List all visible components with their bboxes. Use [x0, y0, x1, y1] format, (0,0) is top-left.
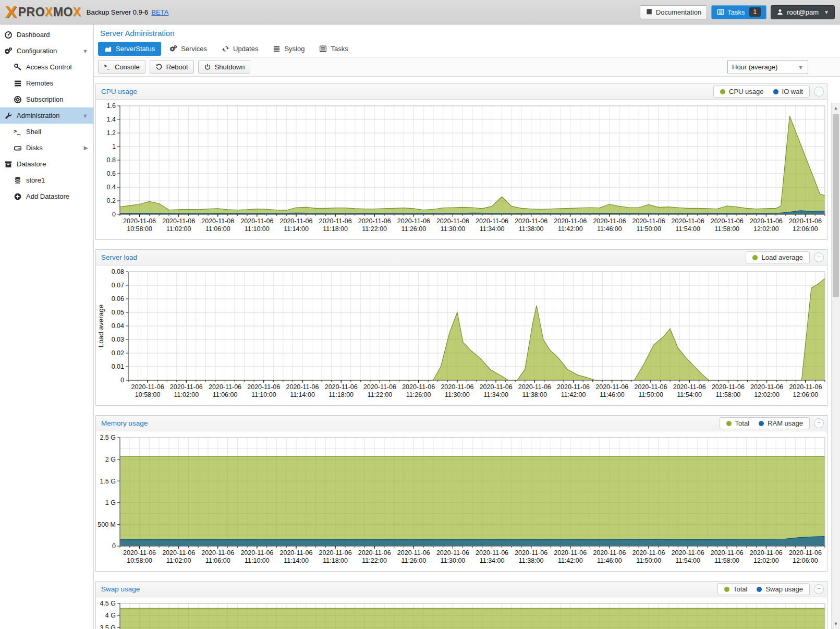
legend-item[interactable]: Load average — [752, 253, 803, 261]
svg-text:11:02:00: 11:02:00 — [166, 557, 191, 564]
svg-text:2020-11-06: 2020-11-06 — [476, 217, 508, 225]
collapse-panel-button[interactable]: − — [814, 418, 824, 428]
sidebar-item-store1[interactable]: store1 — [0, 172, 93, 188]
sidebar-item-disks[interactable]: Disks ▶ — [0, 140, 93, 156]
sidebar-item-administration[interactable]: Administration ▼ — [0, 107, 93, 124]
legend-item[interactable]: IO wait — [773, 88, 803, 95]
tab-services[interactable]: Services — [163, 42, 213, 56]
svg-text:2020-11-06: 2020-11-06 — [480, 383, 513, 391]
panel-title: CPU usage — [101, 88, 137, 95]
svg-text:2020-11-06: 2020-11-06 — [712, 383, 745, 391]
svg-text:2020-11-06: 2020-11-06 — [279, 549, 312, 557]
user-menu-button[interactable]: root@pam ▼ — [771, 5, 835, 19]
legend-dot — [724, 587, 729, 592]
tasks-button[interactable]: Tasks 1 — [711, 5, 766, 19]
archive-box-icon — [4, 160, 13, 168]
svg-text:2020-11-06: 2020-11-06 — [441, 383, 473, 391]
legend-dot — [726, 421, 732, 426]
svg-text:2020-11-06: 2020-11-06 — [319, 217, 352, 225]
legend-item[interactable]: CPU usage — [720, 88, 763, 95]
collapse-panel-button[interactable]: − — [814, 584, 824, 594]
sidebar-item-shell[interactable]: >_ Shell — [0, 124, 93, 140]
svg-text:2020-11-06: 2020-11-06 — [286, 383, 319, 391]
scroll-up-arrow[interactable]: ▲ — [832, 104, 840, 112]
tab-updates[interactable]: Updates — [215, 42, 264, 56]
user-icon — [776, 8, 784, 16]
chevron-right-icon[interactable]: ▶ — [84, 144, 88, 151]
svg-text:11:30:00: 11:30:00 — [441, 557, 466, 564]
swap-usage-panel: Swap usage TotalSwap usage − 0500 M1 G1.… — [95, 581, 827, 629]
svg-text:2020-11-06: 2020-11-06 — [170, 383, 203, 391]
tab-syslog[interactable]: Syslog — [266, 42, 311, 56]
svg-text:2020-11-06: 2020-11-06 — [750, 217, 783, 225]
svg-text:12:06:00: 12:06:00 — [793, 225, 818, 233]
timeframe-select[interactable]: Hour (average) ▼ — [727, 60, 808, 74]
legend-item[interactable]: Swap usage — [757, 585, 803, 593]
svg-text:0: 0 — [112, 211, 116, 218]
svg-text:11:54:00: 11:54:00 — [675, 557, 700, 564]
legend-dot — [752, 255, 758, 260]
collapse-panel-button[interactable]: − — [814, 87, 824, 96]
svg-text:2020-11-06: 2020-11-06 — [554, 549, 587, 557]
scrollbar-thumb[interactable] — [833, 114, 839, 297]
page-title: Server Administration — [94, 25, 840, 41]
svg-text:11:54:00: 11:54:00 — [675, 225, 700, 233]
svg-text:11:38:00: 11:38:00 — [519, 225, 544, 233]
svg-text:12:02:00: 12:02:00 — [754, 391, 780, 398]
chevron-down-icon[interactable]: ▼ — [82, 113, 88, 119]
svg-text:1 G: 1 G — [105, 499, 116, 506]
power-icon — [204, 63, 211, 70]
documentation-button[interactable]: Documentation — [640, 5, 707, 19]
sidebar-item-dashboard[interactable]: Dashboard — [0, 27, 93, 43]
legend-label: IO wait — [782, 88, 803, 95]
reboot-button[interactable]: Reboot — [150, 60, 194, 74]
shutdown-button[interactable]: Shutdown — [198, 60, 251, 74]
svg-text:2020-11-06: 2020-11-06 — [672, 549, 704, 557]
svg-text:2020-11-06: 2020-11-06 — [476, 549, 508, 557]
sidebar-item-datastore[interactable]: Datastore — [0, 156, 93, 172]
server-list-icon — [14, 79, 22, 88]
legend-item[interactable]: RAM usage — [759, 419, 803, 427]
console-button[interactable]: >_ Console — [98, 60, 145, 74]
tab-serverstatus[interactable]: ServerStatus — [98, 42, 161, 56]
tasks-list-icon — [717, 8, 724, 16]
svg-text:2020-11-06: 2020-11-06 — [209, 383, 241, 391]
svg-text:11:14:00: 11:14:00 — [290, 391, 315, 398]
chevron-down-icon[interactable]: ▼ — [82, 48, 88, 54]
svg-text:2020-11-06: 2020-11-06 — [325, 383, 358, 391]
chart-legend: TotalSwap usage — [717, 583, 810, 595]
sidebar-item-subscription[interactable]: Subscription — [0, 91, 93, 107]
legend-item[interactable]: Total — [724, 585, 747, 593]
svg-text:11:42:00: 11:42:00 — [558, 225, 583, 233]
svg-text:2020-11-06: 2020-11-06 — [162, 217, 195, 225]
svg-text:11:06:00: 11:06:00 — [205, 225, 230, 233]
panel-header: Memory usage TotalRAM usage − — [96, 416, 827, 431]
beta-link[interactable]: BETA — [151, 8, 168, 16]
svg-text:2020-11-06: 2020-11-06 — [593, 549, 626, 557]
server-load-panel: Server load Load average − 00.010.020.03… — [95, 249, 827, 406]
tasks-count-badge: 1 — [749, 7, 761, 17]
svg-text:11:06:00: 11:06:00 — [205, 557, 230, 564]
panel-title: Swap usage — [101, 585, 140, 593]
tab-tasks[interactable]: Tasks — [313, 42, 354, 56]
svg-text:0.08: 0.08 — [112, 269, 124, 275]
svg-text:12:02:00: 12:02:00 — [753, 557, 779, 564]
legend-label: CPU usage — [729, 88, 763, 95]
vertical-scrollbar[interactable]: ▲ ▼ — [831, 103, 840, 629]
legend-item[interactable]: Total — [726, 419, 749, 427]
svg-text:2020-11-06: 2020-11-06 — [201, 549, 234, 557]
scroll-down-arrow[interactable]: ▼ — [832, 620, 840, 628]
svg-text:11:50:00: 11:50:00 — [638, 391, 663, 398]
sidebar-item-remotes[interactable]: Remotes — [0, 75, 93, 91]
svg-text:11:18:00: 11:18:00 — [323, 225, 348, 233]
sidebar-item-add-datastore[interactable]: Add Datastore — [0, 188, 93, 204]
legend-dot — [773, 89, 778, 94]
collapse-panel-button[interactable]: − — [814, 252, 824, 262]
chart-legend: Load average — [746, 251, 810, 263]
svg-text:2020-11-06: 2020-11-06 — [363, 383, 396, 391]
legend-label: RAM usage — [768, 419, 803, 427]
svg-text:11:46:00: 11:46:00 — [600, 391, 625, 398]
sidebar-item-configuration[interactable]: Configuration ▼ — [0, 43, 93, 59]
sidebar-item-access-control[interactable]: Access Control — [0, 59, 93, 75]
svg-text:11:46:00: 11:46:00 — [597, 557, 622, 564]
